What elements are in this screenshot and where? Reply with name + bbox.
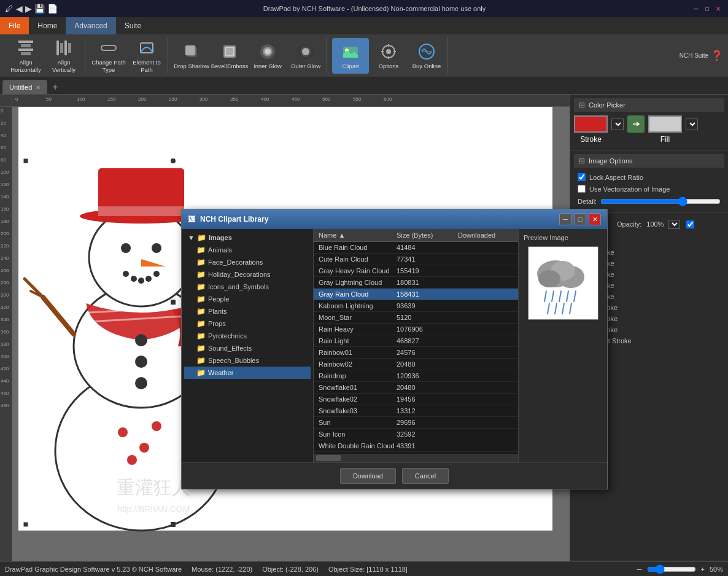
tree-item-holiday-decorations[interactable]: 📁 Holiday_Decorations [184, 268, 311, 281]
list-row[interactable]: Cute Rain Cloud 77341 [314, 254, 518, 265]
download-button[interactable]: Download [340, 468, 396, 484]
col-downloaded[interactable]: Downloaded [458, 232, 513, 239]
col-size[interactable]: Size (Bytes) [397, 232, 458, 239]
zoom-out-button[interactable]: ─ [637, 566, 642, 573]
dialog-minimize-button[interactable]: ─ [559, 213, 571, 225]
tree-item-props[interactable]: 📁 Props [184, 317, 311, 330]
forward-icon[interactable]: ▶ [25, 4, 32, 14]
status-copyright: DrawPad Graphic Design Software v 5.23 ©… [5, 566, 182, 573]
list-row[interactable]: Snowflake02 19456 [314, 394, 518, 405]
dialog-tree[interactable]: ▼ 📁 Images 📁 Animals 📁 Face_Decorations … [182, 229, 314, 462]
svg-point-43 [145, 276, 152, 282]
list-row[interactable]: Rain Heavy 1076906 [314, 324, 518, 335]
close-button[interactable]: ✕ [713, 4, 723, 14]
dialog-close-button[interactable]: ✕ [589, 213, 601, 225]
preview-title: Preview Image [524, 234, 568, 241]
dialog-footer: Download Cancel [182, 462, 607, 489]
folder-icon: 📁 [196, 356, 206, 365]
zoom-slider[interactable] [647, 564, 696, 574]
menu-advanced[interactable]: Advanced [66, 17, 115, 34]
align-horizontally-button[interactable]: Align Horizontally [7, 38, 44, 74]
detail-slider[interactable] [600, 197, 721, 206]
layer-visible-checkbox[interactable] [686, 220, 694, 228]
cancel-button[interactable]: Cancel [402, 468, 449, 484]
list-row[interactable]: White Double Rain Cloud 43391 [314, 440, 518, 452]
inner-glow-button[interactable]: Inner Glow [249, 38, 286, 74]
status-bar: DrawPad Graphic Design Software v 5.23 ©… [0, 561, 728, 576]
list-row[interactable]: Raindrop 120936 [314, 370, 518, 382]
path-group: Change Path Type Element to Path [88, 37, 168, 74]
tree-item-people[interactable]: 📁 People [184, 293, 311, 305]
back-icon[interactable]: ◀ [16, 4, 23, 14]
list-row[interactable]: Moon_Star 5120 [314, 312, 518, 324]
lock-aspect-checkbox[interactable] [578, 173, 586, 181]
dialog-window-controls[interactable]: ─ □ ✕ [559, 213, 601, 225]
list-row[interactable]: Gray Lightning Cloud 180831 [314, 277, 518, 289]
list-scrollbar-h[interactable] [314, 454, 518, 462]
maximize-button[interactable]: □ [702, 4, 712, 14]
col-name[interactable]: Name ▲ [319, 232, 397, 239]
tree-item-animals[interactable]: 📁 Animals [184, 244, 311, 256]
align-vertically-button[interactable]: Align Vertically [45, 38, 82, 74]
tab-close-button[interactable]: ✕ [36, 84, 41, 91]
list-row[interactable]: Rain Light 468827 [314, 335, 518, 347]
tree-item-face-decorations[interactable]: 📁 Face_Decorations [184, 256, 311, 268]
color-swap-button[interactable] [627, 115, 645, 133]
tab-untitled[interactable]: Untitled ✕ [2, 80, 47, 94]
list-row[interactable]: Rainbow01 24576 [314, 347, 518, 359]
tab-add-button[interactable]: + [48, 80, 61, 94]
clipart-button[interactable]: Clipart [332, 38, 369, 74]
menu-file[interactable]: File [0, 17, 29, 34]
change-path-button[interactable]: Change Path Type [90, 38, 127, 74]
folder-icon: 📁 [196, 295, 206, 303]
list-row[interactable]: Sun 29696 [314, 417, 518, 429]
zoom-in-button[interactable]: + [701, 566, 705, 573]
tab-label: Untitled [9, 84, 32, 91]
fill-dropdown[interactable]: ▼ [686, 119, 698, 130]
svg-rect-9 [101, 45, 116, 50]
opacity-dropdown[interactable]: ▼ [668, 220, 680, 229]
window-controls[interactable]: ─ □ ✕ [691, 4, 723, 14]
tree-item-speech-bubbles[interactable]: 📁 Speech_Bubbles [184, 354, 311, 367]
list-row[interactable]: Rainbow02 20480 [314, 359, 518, 370]
tree-item-sound-effects[interactable]: 📁 Sound_Effects [184, 342, 311, 354]
menu-suite[interactable]: Suite [116, 17, 150, 34]
list-row[interactable]: Sun Icon 32592 [314, 429, 518, 440]
menu-home[interactable]: Home [29, 17, 66, 34]
tree-item-plants[interactable]: 📁 Plants [184, 305, 311, 317]
stroke-dropdown[interactable]: ▼ [611, 119, 624, 130]
options-button[interactable]: Options [370, 38, 407, 74]
drop-shadow-button[interactable]: Drop Shadow [173, 38, 210, 74]
element-to-path-button[interactable]: Element to Path [128, 38, 165, 74]
list-row-selected[interactable]: Gray Rain Cloud 158431 [314, 289, 518, 300]
toolbar: Align Horizontally Align Vertically [0, 34, 728, 77]
tree-item-weather[interactable]: 📁 Weather [184, 367, 311, 379]
align-horizontally-icon [16, 38, 36, 58]
outer-glow-button[interactable]: Outer Glow [287, 38, 324, 74]
dialog-titlebar[interactable]: 🖼 NCH Clipart Library ─ □ ✕ [182, 209, 607, 229]
bevel-emboss-button[interactable]: Bevel/Emboss [211, 38, 248, 74]
help-icon[interactable]: ❓ [711, 50, 723, 61]
element-to-path-icon [137, 38, 157, 58]
tree-item-icons-symbols[interactable]: 📁 Icons_and_Symbols [184, 281, 311, 293]
list-row[interactable]: Kaboom Lightning 93639 [314, 300, 518, 312]
fill-color-swatch[interactable] [648, 115, 682, 133]
list-body[interactable]: Blue Rain Cloud 41484 Cute Rain Cloud 77… [314, 242, 518, 454]
list-row[interactable]: Snowflake03 13312 [314, 405, 518, 417]
vectorize-checkbox[interactable] [578, 185, 586, 193]
list-row[interactable]: Gray Heavy Rain Cloud 155419 [314, 265, 518, 277]
list-row[interactable]: Blue Rain Cloud 41484 [314, 242, 518, 254]
new-icon[interactable]: 📄 [47, 4, 58, 14]
outer-glow-label: Outer Glow [291, 63, 320, 69]
svg-line-78 [574, 291, 576, 302]
minimize-button[interactable]: ─ [691, 4, 701, 14]
stroke-color-swatch[interactable] [574, 115, 608, 133]
tree-item-pyrotechnics[interactable]: 📁 Pyrotechnics [184, 330, 311, 342]
dialog-maximize-button[interactable]: □ [574, 213, 586, 225]
tree-root[interactable]: ▼ 📁 Images [184, 232, 311, 244]
save-icon[interactable]: 💾 [34, 4, 45, 14]
title-icons[interactable]: 🖊 ◀ ▶ 💾 📄 [5, 4, 58, 14]
list-row[interactable]: Snowflake01 20480 [314, 382, 518, 394]
buy-online-button[interactable]: Buy Online [408, 38, 445, 74]
nch-suite-area[interactable]: NCH Suite ❓ [680, 50, 723, 61]
